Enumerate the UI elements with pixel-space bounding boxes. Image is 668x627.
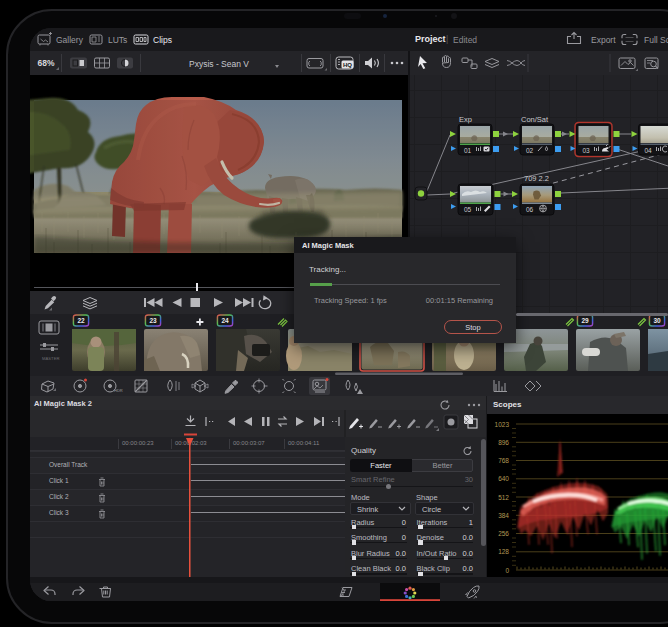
svg-text:30: 30 (653, 317, 661, 324)
svg-text:Overall Track: Overall Track (49, 461, 88, 468)
svg-text:Exp: Exp (459, 115, 472, 124)
svg-text:Click 3: Click 3 (49, 509, 69, 516)
svg-text:HDR: HDR (114, 388, 123, 393)
svg-text:23: 23 (149, 317, 157, 324)
svg-text:29: 29 (581, 317, 589, 324)
svg-text:640: 640 (498, 475, 509, 482)
svg-text:Con/Sat: Con/Sat (521, 115, 549, 124)
svg-text:06: 06 (526, 206, 534, 213)
svg-text:0: 0 (505, 567, 509, 574)
svg-text:Click 1: Click 1 (49, 477, 69, 484)
svg-text:896: 896 (498, 439, 509, 446)
svg-text:24: 24 (221, 317, 229, 324)
svg-text:03: 03 (583, 147, 591, 154)
svg-text:Click 2: Click 2 (49, 493, 69, 500)
svg-text:128: 128 (498, 548, 509, 555)
svg-text:HQ: HQ (343, 62, 352, 68)
svg-text:01: 01 (464, 147, 472, 154)
svg-text:1023: 1023 (495, 421, 510, 428)
svg-text:512: 512 (498, 494, 509, 501)
svg-text:05: 05 (464, 206, 472, 213)
svg-text:709 2.2: 709 2.2 (524, 174, 549, 183)
svg-text:MASTER: MASTER (42, 356, 59, 361)
svg-text:02: 02 (526, 147, 534, 154)
svg-text:256: 256 (498, 530, 509, 537)
svg-text:22: 22 (77, 317, 85, 324)
svg-text:384: 384 (498, 512, 509, 519)
svg-text:04: 04 (645, 147, 653, 154)
svg-text:768: 768 (498, 457, 509, 464)
